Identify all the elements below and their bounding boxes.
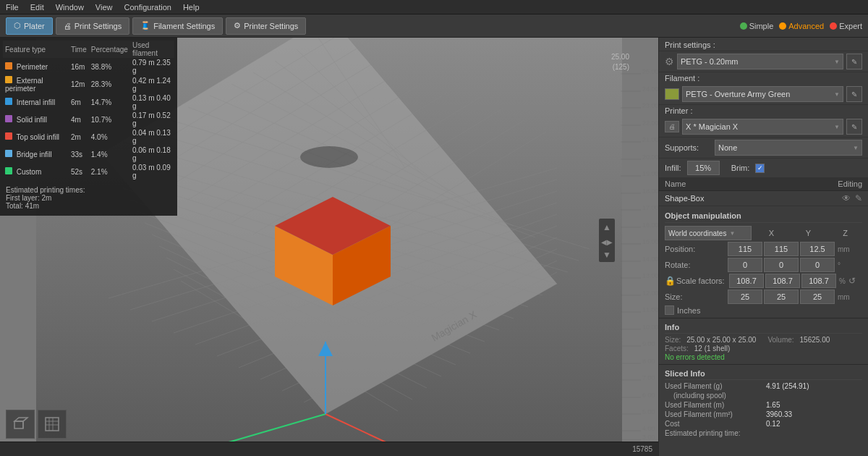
- size-z-input[interactable]: [800, 290, 835, 304]
- stats-panel: Feature type Time Percentage Used filame…: [0, 38, 177, 216]
- printer-settings-button[interactable]: ⚙ Printer Settings: [226, 17, 306, 35]
- stats-row: Internal infill 6m 14.7% 0.13 m 0.40 g: [3, 93, 174, 111]
- filament-settings-button[interactable]: 🧵 Filament Settings: [132, 17, 223, 35]
- filament-col-header: Used filament: [130, 41, 174, 58]
- time-info: Estimated printing times: First layer: 2…: [3, 183, 174, 213]
- facets-info-row: Facets: 12 (1 shell): [665, 345, 862, 352]
- expert-mode-button[interactable]: Expert: [830, 22, 862, 30]
- scale-x-input[interactable]: [729, 274, 764, 288]
- lock-icon: 🔒: [665, 276, 675, 286]
- feature-name: Perimeter: [17, 63, 48, 71]
- brim-checkbox[interactable]: ✓: [755, 164, 765, 173]
- scale-z-input[interactable]: [801, 274, 836, 288]
- feature-name-cell: Perimeter: [3, 58, 69, 75]
- advanced-mode-button[interactable]: Advanced: [779, 22, 824, 30]
- coord-system-select[interactable]: World coordinates ▼: [665, 226, 752, 240]
- editing-col-header: Editing: [838, 180, 862, 188]
- info-title: Info: [665, 321, 862, 334]
- feature-color-dot: [5, 98, 12, 105]
- rotate-y-input[interactable]: [764, 258, 799, 272]
- infill-input[interactable]: [687, 161, 720, 175]
- stats-row: Perimeter 16m 38.8% 0.79 m 2.35 g: [3, 58, 174, 75]
- eye-icon[interactable]: 👁: [842, 193, 851, 203]
- position-x-input[interactable]: [728, 242, 762, 256]
- svg-text:7.00: 7.00: [642, 374, 655, 381]
- filament-edit-button[interactable]: ✎: [846, 86, 862, 102]
- filament-m-value: 1.65: [766, 401, 780, 409]
- svg-text:10.00: 10.00: [642, 324, 658, 331]
- rotate-unit: °: [838, 261, 841, 269]
- position-y-input[interactable]: [764, 242, 799, 256]
- menu-file[interactable]: File: [6, 3, 19, 12]
- scale-y-input[interactable]: [765, 274, 800, 288]
- brim-label: Brim:: [731, 164, 750, 172]
- est-print-row: Estimated printing time:: [665, 429, 862, 437]
- inches-label: Inches: [677, 306, 700, 315]
- menu-window[interactable]: Window: [56, 3, 84, 12]
- stats-row: Solid infill 4m 10.7% 0.17 m 0.52 g: [3, 111, 174, 128]
- feature-time-cell: 2m: [69, 128, 89, 145]
- printer-icon-box: 🖨: [665, 121, 679, 132]
- infill-label: Infill:: [665, 164, 681, 172]
- size-x-input[interactable]: [728, 290, 762, 304]
- expert-mode-dot: [830, 22, 837, 30]
- svg-text:5.00: 5.00: [642, 408, 655, 415]
- position-z-input[interactable]: [800, 242, 835, 256]
- menu-view[interactable]: View: [95, 3, 113, 12]
- feature-time-cell: 52s: [69, 163, 89, 180]
- simple-mode-button[interactable]: Simple: [740, 22, 774, 30]
- feature-color-dot: [5, 132, 12, 140]
- perspective-view-button[interactable]: [6, 410, 35, 439]
- scale-reset-button[interactable]: ↺: [848, 276, 856, 286]
- feature-name-cell: Custom: [3, 163, 69, 180]
- feature-filament-cell: 0.06 m 0.18 g: [130, 145, 174, 163]
- pct-col-header: Percentage: [89, 41, 130, 58]
- menu-configuration[interactable]: Configuration: [124, 3, 171, 12]
- size-y-input[interactable]: [764, 290, 799, 304]
- object-row-shapebox[interactable]: Shape-Box 👁 ✎: [659, 191, 868, 206]
- svg-text:16.00: 16.00: [642, 221, 658, 229]
- svg-text:20.00: 20.00: [642, 153, 658, 161]
- rotate-label: Rotate:: [665, 261, 726, 269]
- supports-dropdown-arrow: ▼: [853, 145, 859, 151]
- profile-row: ⚙ PETG - 0.20mm ▼ ✎: [659, 51, 868, 72]
- feature-name: Bridge infill: [17, 151, 52, 159]
- svg-text:21.00: 21.00: [642, 136, 658, 143]
- feature-filament-cell: 0.04 m 0.13 g: [130, 128, 174, 145]
- profile-icon: ⚙: [665, 56, 674, 67]
- printer-select[interactable]: X * Magician X ▼: [682, 119, 843, 135]
- rotate-z-input[interactable]: [800, 258, 835, 272]
- svg-text:▼: ▼: [603, 250, 611, 260]
- first-layer-row: First layer: 2m: [6, 194, 171, 202]
- menu-edit[interactable]: Edit: [30, 3, 44, 12]
- svg-text:▲: ▲: [603, 222, 611, 232]
- print-settings-button[interactable]: 🖨 Print Settings: [56, 17, 129, 35]
- first-layer-label: First layer:: [6, 194, 40, 202]
- printer-edit-button[interactable]: ✎: [846, 119, 862, 135]
- filament-select[interactable]: PETG - Overture Army Green ▼: [682, 86, 843, 102]
- plater-button[interactable]: ⬡ Plater: [6, 17, 53, 35]
- rotate-x-input[interactable]: [728, 258, 762, 272]
- inches-checkbox[interactable]: [665, 305, 674, 315]
- toolbar: ⬡ Plater 🖨 Print Settings 🧵 Filament Set…: [0, 14, 868, 38]
- menu-help[interactable]: Help: [183, 3, 200, 12]
- cost-value: 0.12: [766, 420, 780, 428]
- profile-edit-button[interactable]: ✎: [846, 54, 862, 69]
- feature-pct-cell: 10.7%: [89, 111, 130, 128]
- filament-m-row: Used Filament (m) 1.65: [665, 401, 862, 409]
- scale-label: Scale factors:: [676, 276, 728, 285]
- size-info-row: Size: 25.00 x 25.00 x 25.00 Volume: 1562…: [665, 336, 862, 344]
- feature-filament-cell: 0.17 m 0.52 g: [130, 111, 174, 128]
- filament-color-swatch[interactable]: [665, 88, 679, 100]
- profile-select[interactable]: PETG - 0.20mm ▼: [677, 54, 843, 69]
- edit-icon[interactable]: ✎: [855, 193, 862, 203]
- filament-spool-label: (including spool): [665, 392, 766, 400]
- filament-dropdown-arrow: ▼: [834, 91, 840, 98]
- feature-pct-cell: 4.0%: [89, 128, 130, 145]
- feature-time-cell: 12m: [69, 75, 89, 93]
- print-settings-header: Print settings :: [659, 38, 868, 51]
- feature-color-dot: [5, 150, 12, 157]
- ortho-view-button[interactable]: [38, 410, 67, 439]
- advanced-mode-dot: [779, 22, 786, 30]
- supports-select[interactable]: None ▼: [715, 140, 862, 156]
